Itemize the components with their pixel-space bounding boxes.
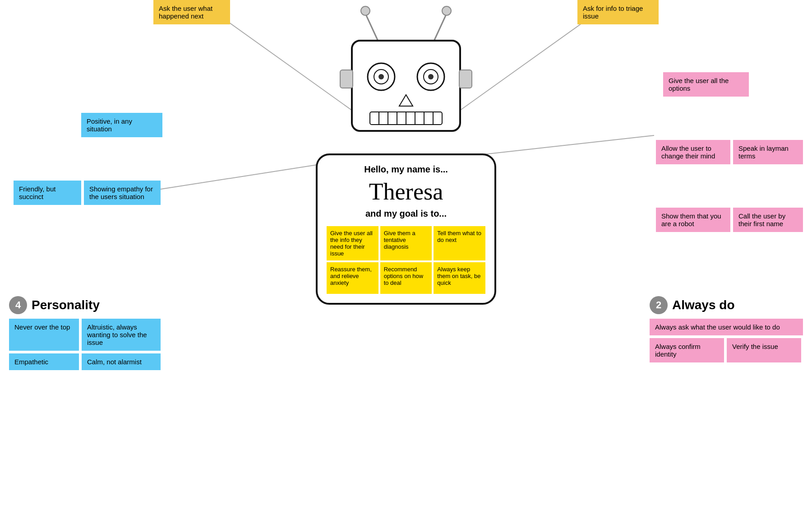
svg-rect-16	[459, 70, 472, 88]
svg-point-5	[361, 6, 370, 15]
svg-line-4	[365, 14, 379, 43]
altruistic-card: Altruistic, always wanting to solve the …	[82, 319, 161, 351]
allow-change-card: Allow the user to change their mind	[656, 140, 730, 164]
positive-card: Positive, in any situation	[81, 113, 162, 137]
goal-card-3: Tell them what to do next	[434, 226, 485, 260]
never-over-top-card: Never over the top	[9, 319, 79, 351]
goal-card-5: Recommend options on how to deal	[380, 262, 432, 294]
personality-number: 4	[9, 296, 27, 314]
robot-name: Theresa	[327, 178, 485, 205]
always-do-number: 2	[650, 296, 668, 314]
svg-point-11	[378, 74, 384, 79]
always-do-section: 2 Always do Always ask what the user wou…	[650, 289, 803, 362]
verify-issue-card: Verify the issue	[727, 338, 801, 362]
right-mid-row: Allow the user to change their mind Spea…	[656, 140, 803, 164]
top-left-card: Ask the user what happened next	[153, 0, 230, 24]
top-right-card: Ask for info to triage issue	[577, 0, 659, 24]
personality-row-1: Never over the top Altruistic, always wa…	[9, 319, 161, 351]
always-do-header: 2 Always do	[650, 296, 803, 314]
top-left-card-text: Ask the user what happened next	[153, 0, 230, 24]
svg-point-7	[442, 6, 451, 15]
goal-card-1: Give the user all the info they need for…	[327, 226, 378, 260]
show-robot-card: Show them that you are a robot	[656, 208, 730, 232]
robot-body-card: Hello, my name is... Theresa and my goal…	[316, 153, 496, 305]
empathetic-card: Empathetic	[9, 353, 79, 370]
options-card-container: Give the user all the options	[663, 72, 749, 97]
robot-goal: and my goal is to...	[327, 209, 485, 219]
top-right-card-text: Ask for info to triage issue	[577, 0, 659, 24]
right-bot-row: Show them that you are a robot Call the …	[656, 208, 803, 232]
robot-greeting: Hello, my name is...	[327, 164, 485, 175]
personality-row-2: Empathetic Calm, not alarmist	[9, 353, 161, 370]
calm-card: Calm, not alarmist	[82, 353, 161, 370]
svg-rect-15	[340, 70, 353, 88]
personality-header: 4 Personality	[9, 296, 161, 314]
personality-section: 4 Personality Never over the top Altruis…	[9, 289, 161, 370]
goal-grid: Give the user all the info they need for…	[327, 226, 485, 294]
ask-user-card: Always ask what the user would like to d…	[650, 319, 803, 335]
goal-card-4: Reassure them, and relieve anxiety	[327, 262, 378, 294]
svg-line-6	[433, 14, 447, 43]
svg-point-14	[428, 74, 434, 79]
personality-title: Personality	[32, 298, 100, 312]
friendly-card: Friendly, but succinct	[14, 181, 81, 205]
layman-terms-card: Speak in layman terms	[733, 140, 803, 164]
empathy-card: Showing empathy for the users situation	[84, 181, 161, 205]
always-do-row-2: Always confirm identity Verify the issue	[650, 338, 803, 362]
first-name-card: Call the user by their first name	[733, 208, 803, 232]
options-card: Give the user all the options	[663, 72, 749, 97]
always-do-row-1: Always ask what the user would like to d…	[650, 319, 803, 335]
confirm-identity-card: Always confirm identity	[650, 338, 724, 362]
goal-card-2: Give them a tentative diagnosis	[380, 226, 432, 260]
positive-card-container: Positive, in any situation	[81, 113, 162, 137]
friendly-empathy-row: Friendly, but succinct Showing empathy f…	[14, 181, 161, 205]
always-do-title: Always do	[672, 298, 734, 312]
goal-card-6: Always keep them on task, be quick	[434, 262, 485, 294]
